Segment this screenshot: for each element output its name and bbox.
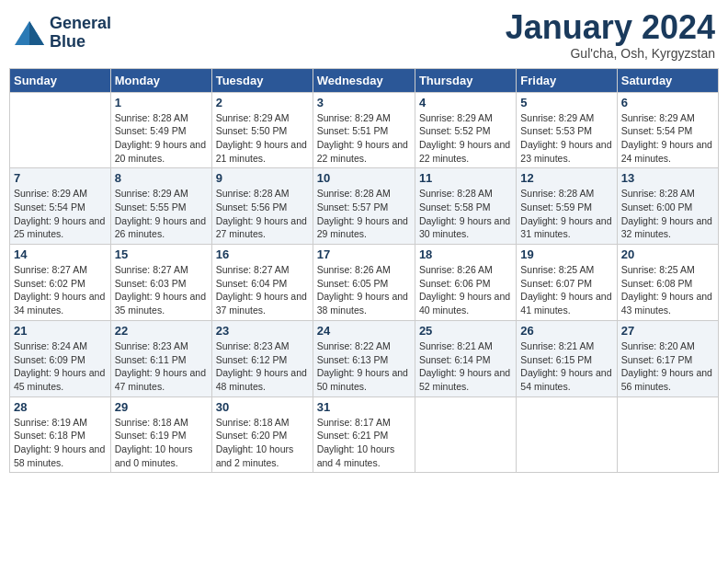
day-info: Sunrise: 8:26 AMSunset: 6:06 PMDaylight:… <box>419 263 512 317</box>
day-info: Sunrise: 8:27 AMSunset: 6:03 PMDaylight:… <box>115 263 208 317</box>
header-monday: Monday <box>110 68 211 92</box>
table-row: 12Sunrise: 8:28 AMSunset: 5:59 PMDayligh… <box>517 168 617 245</box>
day-info: Sunrise: 8:26 AMSunset: 6:05 PMDaylight:… <box>317 263 411 317</box>
header-thursday: Thursday <box>415 68 516 92</box>
day-number: 31 <box>317 400 411 414</box>
table-row: 20Sunrise: 8:25 AMSunset: 6:08 PMDayligh… <box>617 245 718 321</box>
day-number: 17 <box>317 247 411 261</box>
calendar-week-row: 28Sunrise: 8:19 AMSunset: 6:18 PMDayligh… <box>10 396 719 473</box>
table-row: 14Sunrise: 8:27 AMSunset: 6:02 PMDayligh… <box>10 245 111 321</box>
table-row: 31Sunrise: 8:17 AMSunset: 6:21 PMDayligh… <box>313 396 415 473</box>
day-number: 13 <box>621 171 714 185</box>
table-row: 19Sunrise: 8:25 AMSunset: 6:07 PMDayligh… <box>517 245 617 321</box>
table-row: 21Sunrise: 8:24 AMSunset: 6:09 PMDayligh… <box>10 320 111 396</box>
day-info: Sunrise: 8:21 AMSunset: 6:14 PMDaylight:… <box>419 339 512 394</box>
day-number: 6 <box>621 96 714 109</box>
table-row: 23Sunrise: 8:23 AMSunset: 6:12 PMDayligh… <box>211 320 313 396</box>
title-block: January 2024 Gul'cha, Osh, Kyrgyzstan <box>506 9 715 61</box>
day-number: 16 <box>216 247 309 261</box>
table-row: 3Sunrise: 8:29 AMSunset: 5:51 PMDaylight… <box>313 92 415 168</box>
calendar-table: Sunday Monday Tuesday Wednesday Thursday… <box>9 68 719 474</box>
day-info: Sunrise: 8:20 AMSunset: 6:17 PMDaylight:… <box>621 339 714 394</box>
day-info: Sunrise: 8:23 AMSunset: 6:11 PMDaylight:… <box>115 339 208 394</box>
table-row: 18Sunrise: 8:26 AMSunset: 6:06 PMDayligh… <box>415 245 516 321</box>
day-number: 5 <box>520 96 612 109</box>
day-info: Sunrise: 8:28 AMSunset: 6:00 PMDaylight:… <box>621 187 714 241</box>
table-row: 26Sunrise: 8:21 AMSunset: 6:15 PMDayligh… <box>517 320 617 396</box>
day-info: Sunrise: 8:22 AMSunset: 6:13 PMDaylight:… <box>317 339 411 394</box>
table-row: 15Sunrise: 8:27 AMSunset: 6:03 PMDayligh… <box>110 245 211 321</box>
day-number: 7 <box>14 171 107 185</box>
day-info: Sunrise: 8:24 AMSunset: 6:09 PMDaylight:… <box>14 339 107 394</box>
day-number: 22 <box>115 324 208 338</box>
day-number: 1 <box>115 96 208 109</box>
month-title: January 2024 <box>506 9 715 46</box>
table-row: 4Sunrise: 8:29 AMSunset: 5:52 PMDaylight… <box>415 92 516 168</box>
header-tuesday: Tuesday <box>211 68 313 92</box>
calendar-week-row: 14Sunrise: 8:27 AMSunset: 6:02 PMDayligh… <box>10 245 719 321</box>
day-number: 18 <box>419 247 512 261</box>
header-saturday: Saturday <box>617 68 718 92</box>
table-row <box>617 396 718 473</box>
day-number: 15 <box>115 247 208 261</box>
table-row: 10Sunrise: 8:28 AMSunset: 5:57 PMDayligh… <box>313 168 415 245</box>
day-info: Sunrise: 8:29 AMSunset: 5:50 PMDaylight:… <box>216 111 309 166</box>
header-sunday: Sunday <box>10 68 111 92</box>
day-number: 10 <box>317 171 411 185</box>
table-row: 30Sunrise: 8:18 AMSunset: 6:20 PMDayligh… <box>211 396 313 473</box>
table-row: 27Sunrise: 8:20 AMSunset: 6:17 PMDayligh… <box>617 320 718 396</box>
table-row: 17Sunrise: 8:26 AMSunset: 6:05 PMDayligh… <box>313 245 415 321</box>
table-row: 28Sunrise: 8:19 AMSunset: 6:18 PMDayligh… <box>10 396 111 473</box>
day-info: Sunrise: 8:18 AMSunset: 6:20 PMDaylight:… <box>216 416 309 470</box>
day-info: Sunrise: 8:28 AMSunset: 5:56 PMDaylight:… <box>216 187 309 241</box>
day-number: 25 <box>419 324 512 338</box>
day-info: Sunrise: 8:19 AMSunset: 6:18 PMDaylight:… <box>14 416 107 470</box>
day-info: Sunrise: 8:27 AMSunset: 6:04 PMDaylight:… <box>216 263 309 317</box>
day-number: 20 <box>621 247 714 261</box>
day-info: Sunrise: 8:29 AMSunset: 5:54 PMDaylight:… <box>621 111 714 166</box>
day-info: Sunrise: 8:17 AMSunset: 6:21 PMDaylight:… <box>317 416 411 470</box>
day-number: 26 <box>520 324 612 338</box>
day-info: Sunrise: 8:18 AMSunset: 6:19 PMDaylight:… <box>115 416 208 470</box>
day-number: 19 <box>520 247 612 261</box>
day-info: Sunrise: 8:29 AMSunset: 5:55 PMDaylight:… <box>115 187 208 241</box>
calendar-week-row: 21Sunrise: 8:24 AMSunset: 6:09 PMDayligh… <box>10 320 719 396</box>
day-number: 29 <box>115 400 208 414</box>
day-info: Sunrise: 8:28 AMSunset: 5:59 PMDaylight:… <box>520 187 612 241</box>
day-number: 14 <box>14 247 107 261</box>
day-info: Sunrise: 8:25 AMSunset: 6:08 PMDaylight:… <box>621 263 714 317</box>
table-row: 7Sunrise: 8:29 AMSunset: 5:54 PMDaylight… <box>10 168 111 245</box>
table-row: 29Sunrise: 8:18 AMSunset: 6:19 PMDayligh… <box>110 396 211 473</box>
day-number: 28 <box>14 400 107 414</box>
calendar-week-row: 7Sunrise: 8:29 AMSunset: 5:54 PMDaylight… <box>10 168 719 245</box>
day-number: 3 <box>317 96 411 109</box>
table-row: 22Sunrise: 8:23 AMSunset: 6:11 PMDayligh… <box>110 320 211 396</box>
day-number: 8 <box>115 171 208 185</box>
table-row: 9Sunrise: 8:28 AMSunset: 5:56 PMDaylight… <box>211 168 313 245</box>
table-row: 5Sunrise: 8:29 AMSunset: 5:53 PMDaylight… <box>517 92 617 168</box>
table-row <box>415 396 516 473</box>
day-info: Sunrise: 8:25 AMSunset: 6:07 PMDaylight:… <box>520 263 612 317</box>
table-row <box>517 396 617 473</box>
svg-marker-1 <box>29 21 44 45</box>
table-row: 1Sunrise: 8:28 AMSunset: 5:49 PMDaylight… <box>110 92 211 168</box>
day-info: Sunrise: 8:28 AMSunset: 5:49 PMDaylight:… <box>115 111 208 166</box>
table-row <box>10 92 111 168</box>
table-row: 16Sunrise: 8:27 AMSunset: 6:04 PMDayligh… <box>211 245 313 321</box>
day-number: 11 <box>419 171 512 185</box>
day-info: Sunrise: 8:28 AMSunset: 5:57 PMDaylight:… <box>317 187 411 241</box>
day-number: 27 <box>621 324 714 338</box>
logo: General Blue <box>13 15 111 52</box>
day-info: Sunrise: 8:27 AMSunset: 6:02 PMDaylight:… <box>14 263 107 317</box>
day-info: Sunrise: 8:29 AMSunset: 5:51 PMDaylight:… <box>317 111 411 166</box>
logo-text: General Blue <box>50 15 111 52</box>
page-header: General Blue January 2024 Gul'cha, Osh, … <box>9 9 719 61</box>
table-row: 11Sunrise: 8:28 AMSunset: 5:58 PMDayligh… <box>415 168 516 245</box>
day-number: 2 <box>216 96 309 109</box>
calendar-header-row: Sunday Monday Tuesday Wednesday Thursday… <box>10 68 719 92</box>
header-wednesday: Wednesday <box>313 68 415 92</box>
day-number: 4 <box>419 96 512 109</box>
day-info: Sunrise: 8:29 AMSunset: 5:53 PMDaylight:… <box>520 111 612 166</box>
day-number: 23 <box>216 324 309 338</box>
table-row: 24Sunrise: 8:22 AMSunset: 6:13 PMDayligh… <box>313 320 415 396</box>
